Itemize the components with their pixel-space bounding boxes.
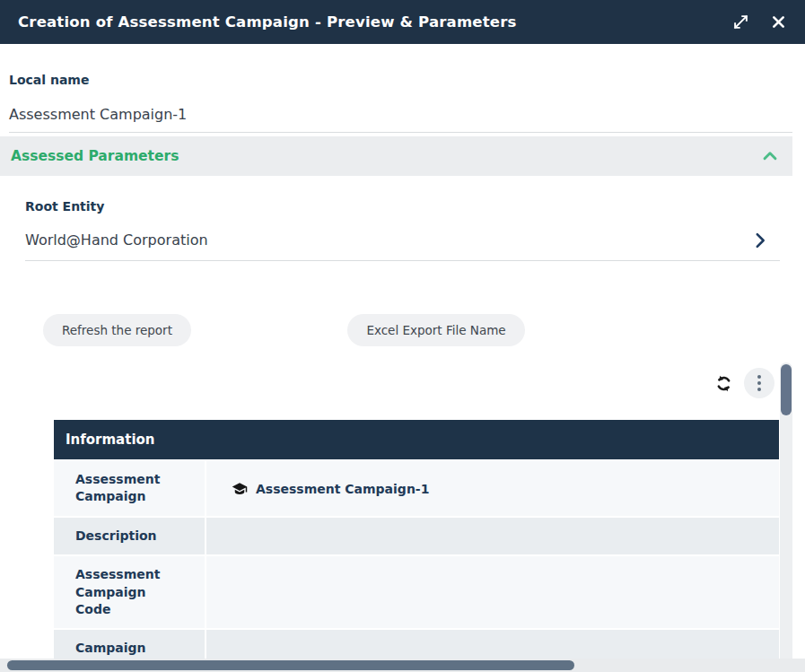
information-table-body: Assessment Campaign Assessment Campaign-… <box>54 461 779 672</box>
modal-title: Creation of Assessment Campaign - Previe… <box>18 13 730 31</box>
titlebar-actions <box>730 12 789 33</box>
row-value <box>206 518 779 554</box>
row-value: Assessment Campaign-1 <box>206 461 779 516</box>
refresh-report-button[interactable]: Refresh the report <box>43 314 191 346</box>
local-name-value[interactable]: Assessment Campaign-1 <box>9 106 187 123</box>
divider <box>25 260 780 261</box>
assessed-parameters-section-header[interactable]: Assessed Parameters <box>0 136 792 176</box>
row-label: Assessment Campaign <box>54 461 205 516</box>
excel-export-file-name-button[interactable]: Excel Export File Name <box>347 314 525 346</box>
table-row: Assessment Campaign Assessment Campaign-… <box>54 461 779 516</box>
row-label: Description <box>54 518 205 554</box>
information-table: Information Assessment Campaign Assessme… <box>54 420 779 672</box>
vertical-scrollbar-thumb[interactable] <box>781 364 792 415</box>
section-title: Assessed Parameters <box>11 148 760 164</box>
modal-header: Creation of Assessment Campaign - Previe… <box>0 0 805 44</box>
horizontal-scrollbar[interactable] <box>0 659 805 672</box>
table-row: Description <box>54 518 779 554</box>
local-name-label: Local name <box>9 73 89 87</box>
row-value <box>206 556 779 628</box>
root-entity-label: Root Entity <box>25 199 104 214</box>
information-table-header: Information <box>54 420 779 459</box>
table-row: Assessment Campaign Code <box>54 556 779 628</box>
graduation-cap-icon <box>232 481 248 497</box>
close-icon[interactable] <box>767 12 789 33</box>
expand-icon[interactable] <box>730 12 751 33</box>
kebab-menu-icon[interactable] <box>744 368 774 398</box>
chevron-up-icon[interactable] <box>760 146 780 166</box>
refresh-icon[interactable] <box>712 371 735 395</box>
row-label: Assessment Campaign Code <box>54 556 205 628</box>
divider <box>9 132 792 133</box>
chevron-right-icon[interactable] <box>750 231 770 250</box>
horizontal-scrollbar-thumb[interactable] <box>7 660 574 670</box>
root-entity-value[interactable]: World@Hand Corporation <box>25 231 208 249</box>
vertical-scrollbar[interactable] <box>780 362 792 672</box>
